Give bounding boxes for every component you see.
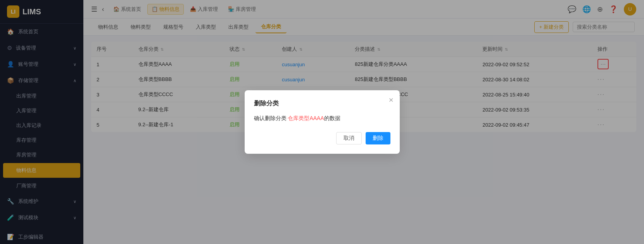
modal-body-suffix: 的数据	[324, 115, 340, 121]
modal-overlay: 删除分类 ✕ 确认删除分类 仓库类型AAAA的数据 取消 删除	[0, 0, 644, 244]
confirm-delete-button[interactable]: 删除	[366, 132, 390, 144]
modal-title: 删除分类	[254, 100, 390, 108]
cancel-button[interactable]: 取消	[336, 132, 362, 144]
modal-close-button[interactable]: ✕	[388, 96, 394, 104]
delete-modal: 删除分类 ✕ 确认删除分类 仓库类型AAAA的数据 取消 删除	[245, 90, 400, 153]
modal-body-prefix: 确认删除分类	[254, 115, 288, 121]
modal-footer: 取消 删除	[254, 132, 390, 144]
modal-body: 确认删除分类 仓库类型AAAA的数据	[254, 114, 390, 122]
modal-body-highlight: 仓库类型AAAA	[288, 115, 324, 121]
